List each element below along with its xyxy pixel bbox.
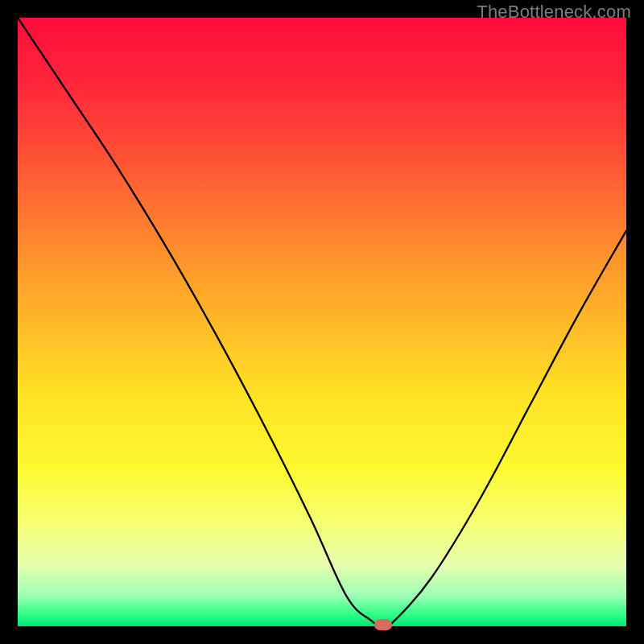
chart-plot-area: [18, 18, 626, 626]
watermark-text: TheBottleneck.com: [477, 2, 631, 23]
bottleneck-curve: [18, 18, 626, 626]
chart-frame: TheBottleneck.com: [0, 0, 644, 644]
optimal-point-marker: [374, 619, 392, 630]
